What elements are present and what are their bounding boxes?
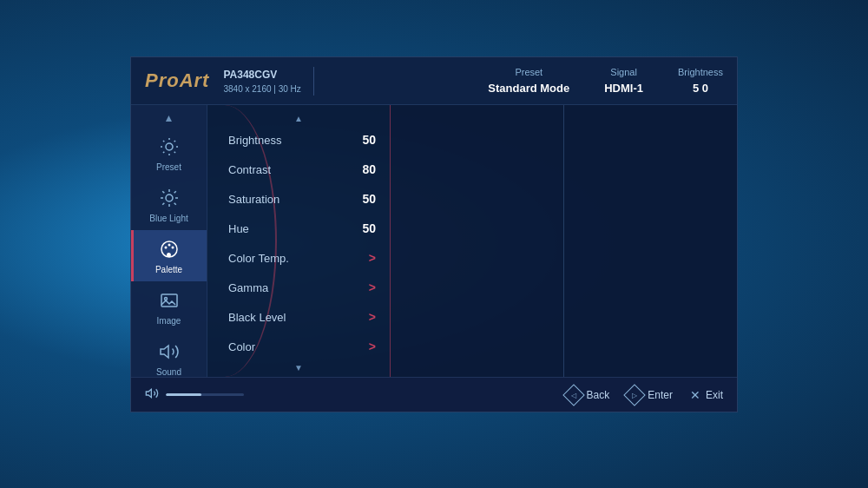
volume-bar[interactable] bbox=[166, 393, 244, 396]
osd-body: ▲ Preset Blue Light bbox=[131, 105, 737, 377]
menu-item-hue[interactable]: Hue 50 bbox=[207, 214, 390, 243]
svg-marker-8 bbox=[161, 346, 168, 358]
menu-item-color[interactable]: Color > bbox=[207, 332, 390, 361]
svg-point-0 bbox=[166, 143, 173, 150]
volume-bar-fill bbox=[166, 393, 201, 396]
proart-logo: ProArt bbox=[145, 69, 209, 92]
monitor-info: PA348CGV 3840 x 2160 | 30 Hz bbox=[223, 67, 313, 96]
sound-icon bbox=[157, 340, 181, 364]
volume-icon bbox=[145, 386, 159, 403]
menu-item-color-temp[interactable]: Color Temp. > bbox=[207, 243, 390, 273]
menu-item-gamma[interactable]: Gamma > bbox=[207, 273, 390, 302]
back-icon: ◁ bbox=[562, 384, 584, 406]
exit-button[interactable]: ✕ Exit bbox=[690, 388, 723, 402]
stat-preset: Preset Standard Mode bbox=[488, 65, 569, 96]
back-label: Back bbox=[587, 389, 610, 401]
sidebar-sound-label: Sound bbox=[156, 367, 181, 377]
image-icon bbox=[157, 288, 181, 313]
svg-point-4 bbox=[168, 244, 170, 247]
exit-label: Exit bbox=[706, 389, 723, 401]
blue-light-icon bbox=[157, 186, 181, 210]
monitor-res: 3840 x 2160 | 30 Hz bbox=[223, 82, 300, 96]
palette-icon bbox=[157, 237, 181, 261]
sidebar: ▲ Preset Blue Light bbox=[131, 105, 207, 377]
sidebar-item-blue-light[interactable]: Blue Light bbox=[131, 179, 207, 230]
osd-header: ProArt PA348CGV 3840 x 2160 | 30 Hz Pres… bbox=[131, 57, 737, 105]
monitor-model: PA348CGV bbox=[223, 67, 300, 82]
enter-icon: ▷ bbox=[624, 384, 646, 406]
svg-point-5 bbox=[171, 247, 174, 249]
sidebar-blue-light-label: Blue Light bbox=[149, 214, 187, 223]
preset-icon bbox=[157, 135, 181, 159]
svg-point-7 bbox=[164, 298, 167, 300]
content-area: ▲ Brightness 50 Contrast 80 Saturation 5… bbox=[207, 105, 737, 377]
enter-label: Enter bbox=[648, 389, 673, 401]
sidebar-palette-label: Palette bbox=[155, 265, 182, 274]
right-panel-2 bbox=[564, 105, 737, 377]
svg-point-1 bbox=[166, 195, 173, 201]
sidebar-item-image[interactable]: Image bbox=[131, 281, 207, 333]
menu-item-black-level[interactable]: Black Level > bbox=[207, 302, 390, 332]
menu-item-brightness[interactable]: Brightness 50 bbox=[207, 125, 390, 155]
sidebar-up-arrow[interactable]: ▲ bbox=[164, 112, 174, 124]
sidebar-image-label: Image bbox=[157, 316, 181, 326]
right-panel-1 bbox=[391, 105, 563, 377]
stat-signal: Signal HDMI-1 bbox=[604, 65, 643, 96]
osd-overlay: ProArt PA348CGV 3840 x 2160 | 30 Hz Pres… bbox=[130, 56, 738, 412]
volume-control bbox=[145, 386, 244, 403]
back-button[interactable]: ◁ Back bbox=[566, 387, 610, 403]
sidebar-item-palette[interactable]: Palette bbox=[131, 230, 207, 281]
sidebar-item-preset[interactable]: Preset bbox=[131, 128, 207, 179]
menu-down-arrow[interactable]: ▼ bbox=[207, 361, 390, 374]
menu-item-saturation[interactable]: Saturation 50 bbox=[207, 184, 390, 214]
sidebar-item-sound[interactable]: Sound bbox=[131, 333, 207, 377]
menu-item-contrast[interactable]: Contrast 80 bbox=[207, 155, 390, 184]
sidebar-preset-label: Preset bbox=[156, 162, 181, 172]
exit-x-icon: ✕ bbox=[690, 388, 700, 402]
svg-point-3 bbox=[164, 247, 167, 249]
menu-up-arrow[interactable]: ▲ bbox=[207, 112, 390, 125]
stat-brightness: Brightness 5 0 bbox=[678, 65, 723, 96]
svg-marker-9 bbox=[146, 389, 151, 397]
header-stats: Preset Standard Mode Signal HDMI-1 Brigh… bbox=[488, 65, 723, 96]
enter-button[interactable]: ▷ Enter bbox=[627, 387, 673, 403]
menu-panel: ▲ Brightness 50 Contrast 80 Saturation 5… bbox=[207, 105, 390, 377]
osd-footer: ◁ Back ▷ Enter ✕ Exit bbox=[131, 377, 737, 412]
